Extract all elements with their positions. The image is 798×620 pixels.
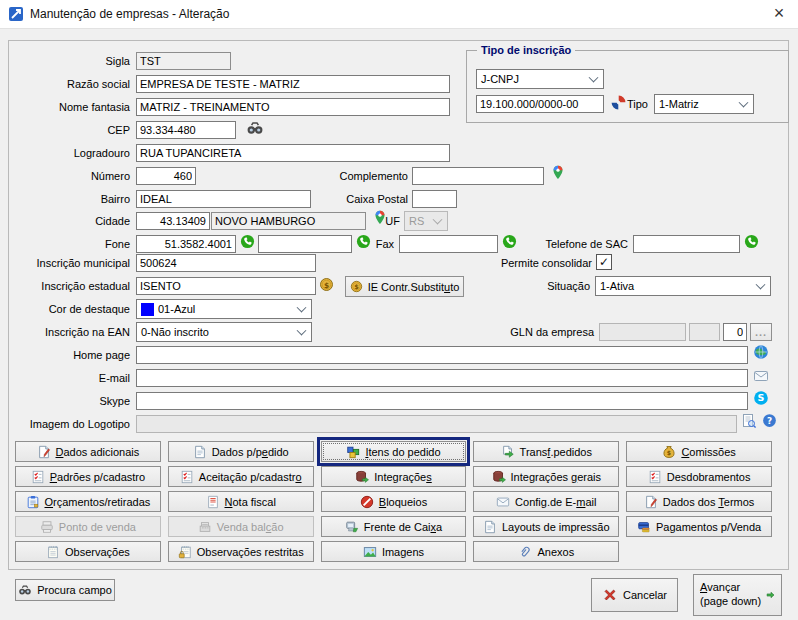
pos-icon [40,520,54,534]
bairro-input[interactable] [136,190,311,208]
tipo-matriz-select[interactable]: 1-Matriz [654,94,754,114]
inscricao-estadual-label: Inscrição estadual [0,280,130,292]
observacoes-button[interactable]: Observações [15,541,161,562]
avancar-button[interactable]: Avançar (page down) [693,574,782,616]
database-icon [355,470,369,484]
observacoes-restritas-button[interactable]: Observações restritas [168,541,314,562]
complemento-input[interactable] [412,167,544,185]
fax-input[interactable] [399,235,498,253]
permite-consolidar-checkbox[interactable]: ✓ [596,254,612,270]
layouts-impressao-button[interactable]: Layouts de impressão [473,516,619,537]
razao-social-input[interactable] [136,75,450,93]
coin-icon[interactable] [319,277,334,292]
skype-icon[interactable] [753,390,769,406]
grid-empty-cell [626,541,772,562]
nome-fantasia-input[interactable] [136,98,450,116]
bairro-label: Bairro [0,193,130,205]
email-input[interactable] [136,369,748,387]
logradouro-input[interactable] [136,144,450,162]
cep-search-binoculars-icon[interactable] [246,119,264,137]
map-pin-icon[interactable] [550,164,566,180]
whatsapp-icon[interactable] [744,234,759,249]
whatsapp-icon[interactable] [240,234,255,249]
bloqueios-button[interactable]: Bloqueios [321,491,467,512]
home-page-label: Home page [0,349,130,361]
inscricao-ean-label: Inscrição na EAN [0,326,130,338]
permite-consolidar-label: Permite consolidar [460,257,592,269]
cor-destaque-select[interactable]: 01-Azul [136,299,312,319]
tipo-documento-select[interactable]: J-CNPJ [476,69,604,89]
desdobramentos-button[interactable]: Desdobramentos [626,466,772,487]
cnpj-input[interactable] [476,95,604,113]
tipo-inscricao-title: Tipo de inscrição [477,44,575,56]
gln-input-2 [689,323,720,341]
complemento-label: Complemento [300,170,408,182]
notepad-icon [46,545,60,559]
block-icon [360,495,374,509]
transf-pedidos-button[interactable]: Transf.pedidos [473,441,619,462]
window-title: Manutenção de empresas - Alteração [30,7,229,21]
cidade-codigo-input[interactable] [136,212,210,230]
title-bar: Manutenção de empresas - Alteração × [0,0,798,29]
imagens-button[interactable]: Imagens [321,541,467,562]
cep-input[interactable] [136,121,236,139]
fone-input[interactable] [136,235,236,253]
pagamentos-venda-button[interactable]: Pagamentos p/Venda [626,516,772,537]
inscricao-municipal-input[interactable] [136,254,316,272]
envelope-icon [496,495,510,509]
inscricao-ean-select[interactable]: 0-Não inscrito [136,322,312,342]
sigla-input[interactable] [136,52,231,70]
home-page-input[interactable] [136,346,748,364]
gln-more-button[interactable]: ... [750,323,772,341]
cor-destaque-label: Cor de destaque [0,303,130,315]
imagem-logotipo-label: Imagem do Logotipo [0,418,130,430]
dados-adicionais-button[interactable]: Dados adicionais [15,441,161,462]
config-email-button[interactable]: Config.de E-mail [473,491,619,512]
integracoes-gerais-button[interactable]: Integrações gerais [473,466,619,487]
frente-caixa-button[interactable]: Frente de Caixa [321,516,467,537]
avancar-sublabel: (page down) [700,595,761,609]
cancel-x-icon [602,587,618,603]
dados-pedido-button[interactable]: Dados p/pedido [168,441,314,462]
cidade-nome-input [211,212,366,230]
chevron-down-icon [297,303,307,313]
cep-label: CEP [0,124,130,136]
ponto-venda-button: Ponto de venda [15,516,161,537]
file-search-icon[interactable] [741,413,757,429]
orcamentos-retiradas-button[interactable]: Orçamentos/retiradas [15,491,161,512]
tipo-label: Tipo [610,98,648,110]
padroes-cadastro-button[interactable]: Padrões p/cadastro [15,466,161,487]
caixa-postal-input[interactable] [412,190,457,208]
nota-fiscal-button[interactable]: Nota fiscal [168,491,314,512]
procura-campo-button[interactable]: Procura campo [15,579,115,601]
aceitacao-cadastro-button[interactable]: Aceitação p/cadastro [168,466,314,487]
close-icon[interactable]: × [762,0,796,27]
chevron-down-icon [589,73,599,83]
numero-input[interactable] [136,167,196,185]
chevron-down-icon [297,326,307,336]
cidade-label: Cidade [0,215,130,227]
comissoes-button[interactable]: Comissões [626,441,772,462]
skype-label: Skype [0,395,130,407]
globe-icon[interactable] [753,344,769,360]
gln-input-3[interactable] [723,323,747,341]
page-arrow-icon [501,445,515,459]
page-pencil-icon [644,495,658,509]
situacao-select[interactable]: 1-Ativa [595,276,771,296]
inscricao-estadual-input[interactable] [136,277,316,295]
itens-pedido-button[interactable]: Itens do pedido [321,441,467,462]
help-icon[interactable] [762,413,777,428]
integracoes-button[interactable]: Integrações [321,466,467,487]
avancar-label: Avançar [700,581,761,595]
dados-termos-button[interactable]: Dados dos Termos [626,491,772,512]
ie-contr-substituto-button[interactable]: IE Contr.Substituto [345,276,464,297]
envelope-icon[interactable] [753,368,769,384]
checklist-icon [31,470,45,484]
module-button-grid: Dados adicionais Dados p/pedido Itens do… [15,441,772,562]
skype-input[interactable] [136,392,748,410]
anexos-button[interactable]: Anexos [473,541,619,562]
image-icon [363,545,377,559]
clipboard-icon [26,495,40,509]
telefone-sac-input[interactable] [633,235,740,253]
cancelar-button[interactable]: Cancelar [591,578,678,612]
